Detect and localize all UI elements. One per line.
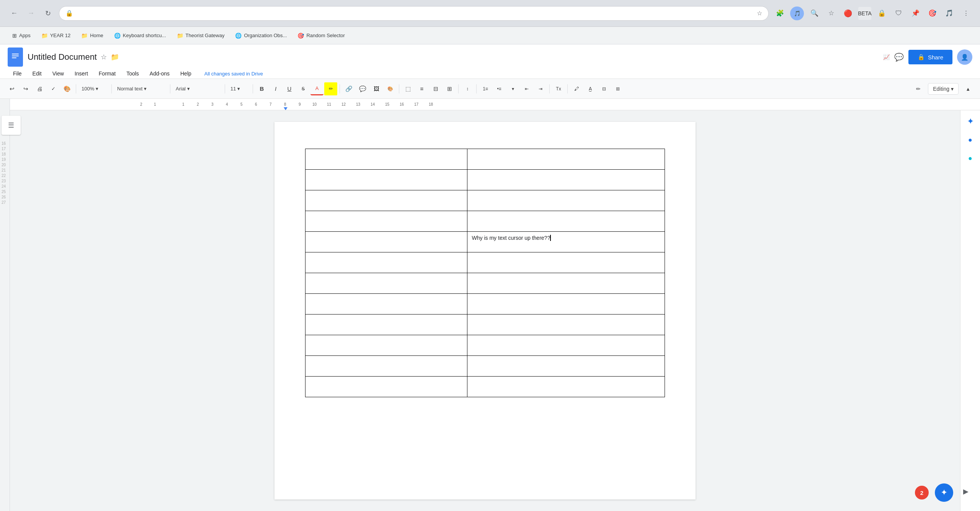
table-cell-active[interactable]: Why is my text cursor up there?? — [467, 232, 665, 252]
redo-button[interactable]: ↪ — [19, 82, 32, 95]
address-bar[interactable]: 🔒 https://docs.google.com/document/d/101… — [59, 6, 769, 21]
table-cell[interactable] — [305, 356, 467, 377]
bookmark-keyboard[interactable]: 🌐 Keyboard shortcu... — [109, 30, 171, 41]
table-cell[interactable] — [467, 149, 665, 170]
menu-format[interactable]: Format — [93, 68, 121, 79]
style-dropdown[interactable]: Normal text ▾ — [114, 82, 168, 95]
comment-icon[interactable]: 💬 — [894, 52, 904, 62]
table-cell[interactable] — [305, 232, 467, 252]
forward-button[interactable]: → — [24, 7, 38, 20]
menu-insert[interactable]: Insert — [69, 68, 93, 79]
table-cell[interactable] — [467, 294, 665, 314]
font-dropdown[interactable]: Arial ▾ — [173, 82, 222, 95]
document-title[interactable]: Untitled Document — [28, 52, 97, 62]
link-button[interactable]: 🔗 — [342, 82, 355, 95]
print-button[interactable]: 🖨 — [33, 82, 46, 95]
menu-edit[interactable]: Edit — [27, 68, 47, 79]
table-cell[interactable] — [305, 377, 467, 397]
pencil-icon[interactable]: ✏ — [912, 82, 925, 95]
document-table[interactable]: Why is my text cursor up there?? — [305, 149, 665, 397]
bookmark-year12[interactable]: 📁 YEAR 12 — [37, 30, 75, 41]
menu-tools[interactable]: Tools — [121, 68, 144, 79]
zoom-dropdown[interactable]: 100% ▾ — [78, 82, 109, 95]
bookmark-star-icon[interactable]: ☆ — [757, 10, 762, 17]
menu-view[interactable]: View — [47, 68, 69, 79]
title-folder-icon[interactable]: 📁 — [111, 53, 119, 61]
right-panel-cyan-dot[interactable]: ● — [963, 151, 978, 165]
justify-button[interactable]: ⊞ — [443, 82, 456, 95]
star-button[interactable]: ☆ — [825, 7, 838, 20]
font-size-dropdown[interactable]: 11 ▾ — [227, 82, 250, 95]
scroll-right-indicator[interactable]: ▶ — [963, 487, 969, 496]
table-cell[interactable] — [305, 211, 467, 232]
align-right-button[interactable]: ⊟ — [429, 82, 442, 95]
italic-button[interactable]: I — [269, 82, 282, 95]
ext4-icon[interactable]: 🛡 — [892, 7, 905, 20]
editing-mode-selector[interactable]: Editing ▾ — [928, 83, 959, 95]
document-content-area[interactable]: Why is my text cursor up there?? — [10, 110, 960, 511]
table-cell[interactable] — [305, 149, 467, 170]
table-cell[interactable] — [467, 190, 665, 211]
menu-file[interactable]: File — [8, 68, 27, 79]
notification-badge[interactable]: 2 — [915, 486, 929, 500]
increase-indent-button[interactable]: ⇥ — [534, 82, 547, 95]
table-cell[interactable] — [305, 314, 467, 335]
table-cell[interactable] — [305, 273, 467, 294]
reload-button[interactable]: ↻ — [41, 7, 54, 20]
paint-format-button[interactable]: 🎨 — [60, 82, 74, 95]
strikethrough-button[interactable]: S̶ — [297, 82, 310, 95]
ext6-icon[interactable]: 🎯 — [926, 7, 939, 20]
format-options-button[interactable]: ⊟ — [598, 82, 611, 95]
table-cell[interactable] — [305, 294, 467, 314]
table-cell[interactable] — [305, 252, 467, 273]
table-cell[interactable] — [467, 335, 665, 356]
numbered-list-button[interactable]: 1≡ — [479, 82, 492, 95]
extensions-button[interactable]: 🧩 — [773, 7, 786, 20]
highlight-color-button[interactable]: 🖍 — [570, 82, 583, 95]
underline-button[interactable]: U — [283, 82, 296, 95]
table-cell[interactable] — [467, 211, 665, 232]
align-left-button[interactable]: ⬚ — [402, 82, 415, 95]
table-cell[interactable] — [467, 170, 665, 190]
bookmark-theorist[interactable]: 📁 Theorist Gateway — [172, 30, 229, 41]
trend-icon[interactable]: 📈 — [883, 54, 890, 60]
collapse-toolbar-button[interactable]: ▴ — [962, 82, 975, 95]
table-cell[interactable] — [305, 190, 467, 211]
clear-formatting-button[interactable]: Tx — [552, 82, 565, 95]
highlight-button[interactable]: ✏ — [324, 82, 337, 95]
spell-check-button[interactable]: ✓ — [47, 82, 60, 95]
lastpass-icon[interactable]: 🔴 — [841, 7, 854, 20]
bookmark-organization[interactable]: 🌐 Organization Obs... — [230, 30, 291, 41]
title-star-icon[interactable]: ☆ — [101, 53, 107, 61]
more-button[interactable]: ⋮ — [959, 7, 972, 20]
table-cell[interactable] — [467, 314, 665, 335]
arc-beta-icon[interactable]: BETA — [858, 7, 871, 20]
table-cell[interactable] — [305, 170, 467, 190]
url-input[interactable]: https://docs.google.com/document/d/101hq… — [76, 10, 757, 16]
profile-button[interactable]: 🎵 — [790, 7, 804, 20]
bookmark-random[interactable]: 🎯 Random Selector — [293, 30, 349, 41]
bitwarden-icon[interactable]: 🔒 — [875, 7, 888, 20]
share-button[interactable]: 🔒 Share — [908, 50, 952, 64]
table-cell[interactable] — [467, 377, 665, 397]
outline-button[interactable]: ☰ — [2, 116, 21, 135]
save-status[interactable]: All changes saved in Drive — [204, 71, 263, 77]
user-avatar[interactable]: 👤 — [957, 49, 972, 65]
comment-toolbar-button[interactable]: 💬 — [356, 82, 369, 95]
image-button[interactable]: 🖼 — [370, 82, 383, 95]
bulleted-list-chevron[interactable]: ▾ — [506, 82, 519, 95]
text-color-button[interactable]: A — [310, 82, 323, 95]
text-bg-color-button[interactable]: A̲ — [584, 82, 597, 95]
align-center-button[interactable]: ≡ — [415, 82, 428, 95]
table-cell[interactable] — [305, 335, 467, 356]
gemini-assist-button[interactable]: ✦ — [935, 483, 953, 502]
table-cell[interactable] — [467, 273, 665, 294]
right-panel-blue-dot[interactable]: ● — [963, 133, 978, 147]
menu-help[interactable]: Help — [175, 68, 197, 79]
undo-button[interactable]: ↩ — [5, 82, 18, 95]
ext5-icon[interactable]: 📌 — [909, 7, 922, 20]
more-format-button[interactable]: ⊞ — [611, 82, 624, 95]
table-cell[interactable] — [467, 356, 665, 377]
background-color-button[interactable]: 🎨 — [384, 82, 397, 95]
menu-addons[interactable]: Add-ons — [144, 68, 175, 79]
